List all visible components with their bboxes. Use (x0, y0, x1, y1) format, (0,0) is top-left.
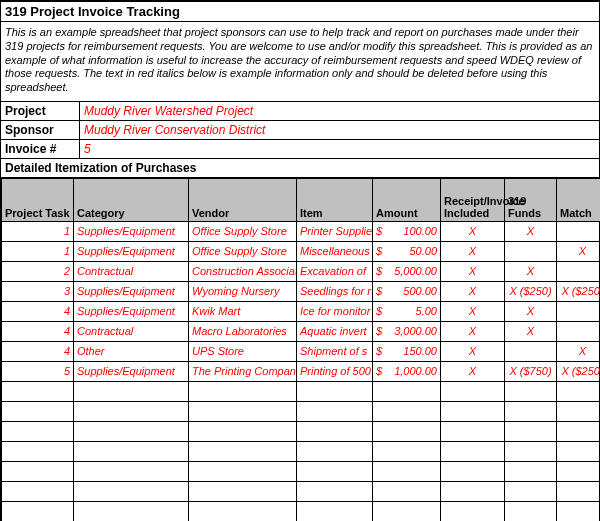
cell-match[interactable]: X (557, 241, 601, 261)
cell-task[interactable]: 2 (2, 261, 74, 281)
table-row[interactable]: 1Supplies/EquipmentOffice Supply StorePr… (2, 221, 601, 241)
cell-amount[interactable]: $100.00 (373, 221, 441, 241)
table-header-row: Project Task Category Vendor Item Amount… (2, 178, 601, 221)
cell-item[interactable]: Printer Supplie (297, 221, 373, 241)
cell-category[interactable]: Other (74, 341, 189, 361)
cell-category[interactable]: Supplies/Equipment (74, 361, 189, 381)
cell-task[interactable]: 1 (2, 241, 74, 261)
cell-319funds[interactable]: X (505, 221, 557, 241)
cell-vendor[interactable]: Office Supply Store (189, 221, 297, 241)
cell-receipt[interactable]: X (441, 241, 505, 261)
cell-match[interactable] (557, 321, 601, 341)
table-row[interactable]: 4OtherUPS StoreShipment of s$150.00XX (2, 341, 601, 361)
cell-task[interactable]: 4 (2, 321, 74, 341)
table-body: 1Supplies/EquipmentOffice Supply StorePr… (2, 221, 601, 521)
col-match: Match (557, 178, 601, 221)
cell-vendor[interactable]: Kwik Mart (189, 301, 297, 321)
cell-match[interactable]: X ($250) (557, 361, 601, 381)
table-row[interactable] (2, 461, 601, 481)
cell-vendor[interactable]: The Printing Compan (189, 361, 297, 381)
col-vendor: Vendor (189, 178, 297, 221)
col-receipt: Receipt/Invoice Included (441, 178, 505, 221)
cell-319funds[interactable]: X (505, 321, 557, 341)
meta-project-row: Project Muddy River Watershed Project (1, 102, 599, 121)
cell-319funds[interactable]: X (505, 301, 557, 321)
cell-receipt[interactable]: X (441, 341, 505, 361)
cell-task[interactable]: 1 (2, 221, 74, 241)
cell-category[interactable]: Supplies/Equipment (74, 281, 189, 301)
table-row[interactable] (2, 381, 601, 401)
cell-amount[interactable]: $3,000.00 (373, 321, 441, 341)
cell-category[interactable]: Supplies/Equipment (74, 241, 189, 261)
cell-item[interactable]: Shipment of s (297, 341, 373, 361)
project-label: Project (1, 102, 80, 120)
table-row[interactable] (2, 401, 601, 421)
cell-319funds[interactable]: X (505, 261, 557, 281)
cell-match[interactable] (557, 261, 601, 281)
cell-vendor[interactable]: Wyoming Nursery (189, 281, 297, 301)
invoice-label: Invoice # (1, 140, 80, 158)
cell-amount[interactable]: $50.00 (373, 241, 441, 261)
cell-item[interactable]: Miscellaneous (297, 241, 373, 261)
invoice-value[interactable]: 5 (80, 140, 599, 158)
section-header: Detailed Itemization of Purchases (1, 159, 599, 178)
cell-category[interactable]: Contractual (74, 321, 189, 341)
cell-item[interactable]: Excavation of (297, 261, 373, 281)
table-row[interactable] (2, 441, 601, 461)
cell-319funds[interactable] (505, 341, 557, 361)
cell-receipt[interactable]: X (441, 301, 505, 321)
cell-match[interactable]: X ($250) (557, 281, 601, 301)
meta-sponsor-row: Sponsor Muddy River Conservation Distric… (1, 121, 599, 140)
cell-319funds[interactable] (505, 241, 557, 261)
table-row[interactable]: 3Supplies/EquipmentWyoming NurserySeedli… (2, 281, 601, 301)
cell-receipt[interactable]: X (441, 221, 505, 241)
cell-vendor[interactable]: Office Supply Store (189, 241, 297, 261)
cell-item[interactable]: Seedlings for r (297, 281, 373, 301)
sheet-title: 319 Project Invoice Tracking (1, 1, 599, 22)
purchases-table: Project Task Category Vendor Item Amount… (1, 178, 600, 521)
description-text: This is an example spreadsheet that proj… (1, 22, 599, 102)
cell-task[interactable]: 4 (2, 341, 74, 361)
table-row[interactable] (2, 481, 601, 501)
col-item: Item (297, 178, 373, 221)
cell-vendor[interactable]: Construction Associat (189, 261, 297, 281)
cell-319funds[interactable]: X ($750) (505, 361, 557, 381)
cell-category[interactable]: Contractual (74, 261, 189, 281)
cell-vendor[interactable]: Macro Laboratories (189, 321, 297, 341)
col-task: Project Task (2, 178, 74, 221)
cell-match[interactable] (557, 221, 601, 241)
table-row[interactable] (2, 421, 601, 441)
cell-amount[interactable]: $500.00 (373, 281, 441, 301)
spreadsheet: 319 Project Invoice Tracking This is an … (0, 0, 600, 521)
table-row[interactable]: 4Supplies/EquipmentKwik MartIce for moni… (2, 301, 601, 321)
cell-receipt[interactable]: X (441, 281, 505, 301)
meta-invoice-row: Invoice # 5 (1, 140, 599, 159)
sponsor-value[interactable]: Muddy River Conservation District (80, 121, 599, 139)
cell-receipt[interactable]: X (441, 261, 505, 281)
cell-task[interactable]: 4 (2, 301, 74, 321)
cell-amount[interactable]: $5.00 (373, 301, 441, 321)
table-row[interactable]: 2ContractualConstruction AssociatExcavat… (2, 261, 601, 281)
table-row[interactable] (2, 501, 601, 521)
cell-category[interactable]: Supplies/Equipment (74, 221, 189, 241)
cell-vendor[interactable]: UPS Store (189, 341, 297, 361)
cell-item[interactable]: Printing of 500 (297, 361, 373, 381)
cell-category[interactable]: Supplies/Equipment (74, 301, 189, 321)
cell-task[interactable]: 5 (2, 361, 74, 381)
cell-item[interactable]: Ice for monitor (297, 301, 373, 321)
table-row[interactable]: 5Supplies/EquipmentThe Printing CompanPr… (2, 361, 601, 381)
cell-amount[interactable]: $150.00 (373, 341, 441, 361)
table-row[interactable]: 4ContractualMacro LaboratoriesAquatic in… (2, 321, 601, 341)
cell-amount[interactable]: $1,000.00 (373, 361, 441, 381)
cell-receipt[interactable]: X (441, 321, 505, 341)
cell-task[interactable]: 3 (2, 281, 74, 301)
cell-item[interactable]: Aquatic invert (297, 321, 373, 341)
cell-match[interactable]: X (557, 341, 601, 361)
cell-amount[interactable]: $5,000.00 (373, 261, 441, 281)
table-row[interactable]: 1Supplies/EquipmentOffice Supply StoreMi… (2, 241, 601, 261)
cell-319funds[interactable]: X ($250) (505, 281, 557, 301)
project-value[interactable]: Muddy River Watershed Project (80, 102, 599, 120)
cell-match[interactable] (557, 301, 601, 321)
col-category: Category (74, 178, 189, 221)
cell-receipt[interactable]: X (441, 361, 505, 381)
